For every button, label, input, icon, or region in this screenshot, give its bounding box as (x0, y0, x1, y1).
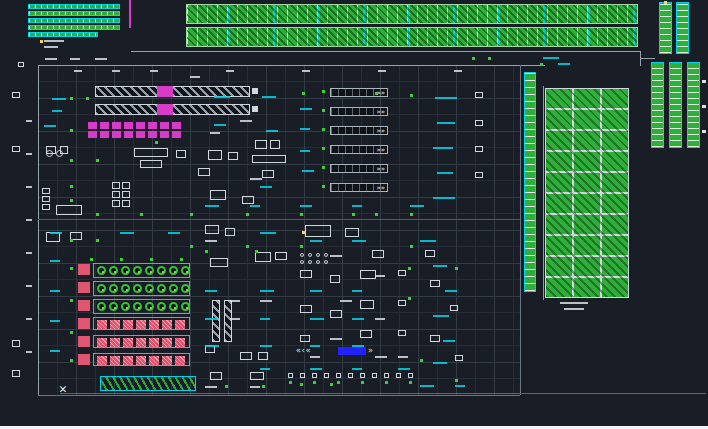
text-greeked (455, 385, 465, 387)
grid-line-h (38, 131, 520, 132)
machine-block (110, 356, 120, 365)
cad-warehouse-floor-plan[interactable]: »»»»»»»»»»»»«‹«»✕ (0, 0, 708, 429)
equipment-outline (122, 200, 130, 207)
green-marker (120, 258, 123, 261)
equipment-outline (475, 92, 483, 98)
equipment-outline (330, 275, 340, 283)
green-marker (70, 267, 73, 270)
text-greeked (50, 320, 60, 322)
grid-line-h-minor (38, 246, 520, 247)
text-greeked (443, 340, 455, 342)
green-marker (262, 385, 265, 388)
workstation-center (126, 289, 128, 291)
text-greeked (250, 178, 262, 180)
flow-arrow-row: »» (330, 145, 388, 154)
grid-line-h-minor (38, 81, 520, 82)
rack-column (651, 62, 664, 148)
text-greeked (330, 255, 342, 257)
green-marker (409, 381, 412, 384)
text-greeked (437, 172, 453, 174)
text-greeked (205, 290, 217, 292)
grid-line-h (38, 164, 520, 165)
filled-block (78, 300, 90, 311)
yellow-marker (664, 1, 667, 4)
text-greeked (454, 70, 462, 72)
equipment-outline (252, 155, 286, 163)
green-marker (322, 166, 325, 169)
equipment-outline (262, 170, 274, 178)
workstation-symbol (121, 302, 130, 311)
filled-block (78, 336, 90, 347)
workstation-symbol (181, 284, 190, 293)
workstation-center (150, 271, 152, 273)
text-greeked (398, 356, 408, 358)
equipment-outline (176, 150, 186, 158)
text-greeked (375, 275, 385, 277)
chevron-icon: »» (377, 146, 385, 154)
text-greeked (398, 368, 410, 370)
green-marker (410, 94, 413, 97)
machine-row (93, 335, 190, 348)
rack-row (186, 4, 638, 24)
workstation-symbol (169, 302, 178, 311)
green-marker (337, 381, 340, 384)
green-marker (96, 213, 99, 216)
workstation-symbol (97, 302, 106, 311)
workstation-center (150, 289, 152, 291)
text-greeked (352, 240, 366, 242)
machine-cell (148, 131, 157, 138)
equipment-outline (270, 140, 280, 149)
machine-block (149, 320, 159, 329)
machine-cell (100, 131, 109, 138)
text-greeked (45, 58, 57, 60)
text-greeked (214, 96, 230, 98)
filled-block (78, 318, 90, 329)
machine-block (175, 356, 185, 365)
green-marker (300, 213, 303, 216)
machine-block (162, 356, 172, 365)
text-greeked (190, 76, 200, 78)
equipment-outline (112, 191, 120, 198)
rack-row (186, 27, 638, 47)
workstation-symbol (181, 302, 190, 311)
equipment-outline (345, 228, 359, 237)
filled-block (702, 130, 706, 133)
round-symbol (308, 260, 312, 264)
machine-block (136, 356, 146, 365)
equipment-outline (12, 92, 20, 98)
green-marker (150, 258, 153, 261)
machine-cell (148, 122, 157, 129)
workstation-center (186, 289, 188, 291)
equipment-outline (42, 196, 50, 202)
equipment-outline (372, 373, 377, 378)
green-marker (322, 128, 325, 131)
workstation-center (174, 307, 176, 309)
workstation-center (162, 271, 164, 273)
equipment-outline (475, 120, 483, 126)
green-marker (70, 299, 73, 302)
selected-entity[interactable] (338, 347, 366, 355)
conveyor-vertical (224, 300, 232, 342)
text-greeked (50, 232, 62, 234)
text-greeked (168, 232, 180, 234)
equipment-outline (242, 196, 254, 204)
equipment-outline (360, 373, 365, 378)
text-greeked (26, 186, 32, 188)
text-greeked (352, 205, 362, 207)
text-greeked (226, 70, 234, 72)
text-greeked (433, 147, 453, 149)
text-greeked (543, 57, 559, 59)
text-greeked (420, 385, 434, 387)
text-greeked (214, 124, 226, 126)
text-greeked (95, 58, 107, 60)
round-symbol (300, 260, 304, 264)
text-greeked (26, 285, 32, 287)
equipment-outline (240, 352, 252, 360)
yellow-marker (40, 40, 43, 43)
text-greeked (44, 125, 56, 127)
text-greeked (26, 219, 32, 221)
equipment-outline (348, 373, 353, 378)
green-marker (140, 213, 143, 216)
green-marker (322, 147, 325, 150)
equipment-outline (425, 250, 435, 257)
